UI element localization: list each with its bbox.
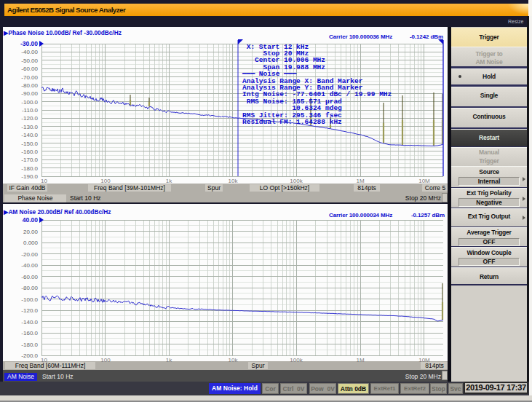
svg-text:10k: 10k	[229, 178, 239, 184]
svg-text:-20.00: -20.00	[21, 251, 38, 258]
svg-text:▶AM Noise 20.00dB/ Ref 40.00dB: ▶AM Noise 20.00dB/ Ref 40.00dBc/Hz	[3, 208, 111, 216]
svg-text:Carrier 100.000034 MHz: Carrier 100.000034 MHz	[329, 212, 392, 218]
svg-text:100k: 100k	[290, 357, 303, 363]
svg-text:-200.0: -200.0	[21, 352, 38, 359]
svg-text:Residual FM: 1.64288 kHz: Residual FM: 1.64288 kHz	[242, 118, 342, 126]
svg-text:-60.00: -60.00	[21, 274, 38, 280]
svg-text:▶Phase Noise 10.00dB/ Ref -30.: ▶Phase Noise 10.00dB/ Ref -30.00dBc/Hz	[3, 29, 122, 36]
svg-text:-100.0: -100.0	[21, 99, 38, 106]
svg-text:10: 10	[41, 178, 47, 184]
svg-text:-120.0: -120.0	[21, 115, 38, 122]
svg-text:-70.00: -70.00	[21, 74, 38, 81]
svg-text:10M: 10M	[418, 178, 430, 184]
svg-text:-40.00: -40.00	[21, 262, 38, 269]
svg-text:-130.0: -130.0	[21, 124, 38, 130]
svg-text:1M: 1M	[356, 178, 364, 184]
svg-text:-110.0: -110.0	[22, 107, 39, 114]
svg-text:-150.0: -150.0	[21, 141, 38, 147]
svg-text:-100.0: -100.0	[21, 296, 38, 303]
svg-text:-140.0: -140.0	[21, 319, 38, 326]
svg-text:100k: 100k	[290, 178, 303, 184]
svg-text:-140.0: -140.0	[21, 132, 38, 138]
svg-text:100: 100	[100, 357, 111, 363]
svg-text:-60.00: -60.00	[21, 66, 38, 72]
svg-text:-170.0: -170.0	[21, 157, 38, 163]
svg-text:-40.00: -40.00	[21, 49, 38, 55]
svg-text:0.000: 0.000	[23, 240, 39, 246]
svg-text:1k: 1k	[166, 357, 172, 363]
svg-text:-180.0: -180.0	[21, 342, 38, 348]
svg-text:40.00: 40.00	[23, 216, 39, 224]
svg-text:1k: 1k	[166, 178, 172, 184]
svg-text:-0.1257 dBm: -0.1257 dBm	[411, 212, 445, 218]
svg-text:100: 100	[100, 178, 111, 184]
svg-text:-90.00: -90.00	[21, 90, 38, 97]
svg-text:Carrier 100.000036 MHz: Carrier 100.000036 MHz	[329, 34, 392, 40]
svg-text:-50.00: -50.00	[21, 58, 38, 64]
svg-text:-80.00: -80.00	[21, 82, 38, 89]
svg-text:-160.0: -160.0	[21, 149, 38, 155]
svg-text:-190.0: -190.0	[21, 173, 38, 180]
svg-text:1M: 1M	[356, 357, 364, 363]
svg-text:-30.00: -30.00	[20, 40, 38, 47]
svg-text:-80.00: -80.00	[21, 285, 38, 291]
svg-text:-160.0: -160.0	[21, 330, 38, 336]
svg-text:20.00: 20.00	[23, 229, 39, 235]
svg-text:10k: 10k	[229, 357, 239, 363]
svg-text:-180.0: -180.0	[21, 165, 38, 172]
svg-text:-0.1242 dBm: -0.1242 dBm	[410, 34, 443, 40]
svg-text:-120.0: -120.0	[21, 307, 38, 314]
